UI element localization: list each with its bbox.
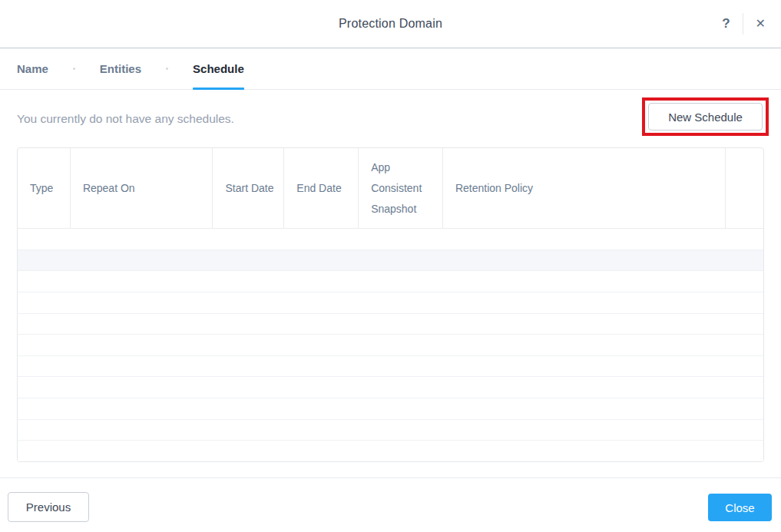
table-row bbox=[18, 271, 763, 292]
column-header-type: Type bbox=[18, 148, 71, 228]
table-row bbox=[18, 292, 763, 314]
table-row bbox=[18, 356, 763, 378]
column-header-retention-policy: Retention Policy bbox=[443, 148, 726, 228]
schedule-toolbar: You currently do not have any schedules.… bbox=[0, 90, 781, 147]
column-header-start-date: Start Date bbox=[213, 148, 284, 228]
tab-bar: Name Entities Schedule bbox=[0, 48, 781, 90]
table-row bbox=[18, 398, 763, 420]
table-header-row: Type Repeat On Start Date End Date App C… bbox=[18, 148, 763, 229]
table-row bbox=[18, 250, 763, 272]
schedules-table: Type Repeat On Start Date End Date App C… bbox=[17, 147, 764, 462]
table-row bbox=[18, 314, 763, 335]
column-header-repeat-on: Repeat On bbox=[71, 148, 213, 228]
header-icons: ? ✕ bbox=[710, 13, 770, 35]
close-icon[interactable]: ✕ bbox=[743, 13, 770, 35]
new-schedule-button[interactable]: New Schedule bbox=[648, 103, 763, 131]
table-row bbox=[18, 229, 763, 250]
empty-schedules-message: You currently do not have any schedules. bbox=[17, 111, 234, 125]
tab-entities[interactable]: Entities bbox=[100, 48, 141, 89]
table-row bbox=[18, 377, 763, 398]
dialog-title: Protection Domain bbox=[0, 17, 781, 31]
table-row bbox=[18, 335, 763, 356]
red-annotation-box: New Schedule bbox=[642, 97, 769, 136]
close-button[interactable]: Close bbox=[708, 494, 772, 521]
tab-name[interactable]: Name bbox=[17, 48, 48, 89]
table-body bbox=[18, 229, 763, 461]
previous-button[interactable]: Previous bbox=[8, 492, 89, 522]
table-row bbox=[18, 420, 763, 441]
dialog-header: Protection Domain ? ✕ bbox=[0, 0, 781, 48]
help-icon[interactable]: ? bbox=[710, 13, 742, 35]
column-header-end-date: End Date bbox=[284, 148, 359, 228]
tab-separator-dot bbox=[166, 68, 168, 70]
table-row bbox=[18, 441, 763, 461]
dialog-footer: Previous Close bbox=[0, 477, 781, 532]
tab-schedule[interactable]: Schedule bbox=[193, 48, 244, 89]
tab-separator-dot bbox=[73, 68, 75, 70]
column-header-actions bbox=[726, 148, 763, 228]
column-header-app-consistent-snapshot: App Consistent Snapshot bbox=[359, 148, 443, 228]
